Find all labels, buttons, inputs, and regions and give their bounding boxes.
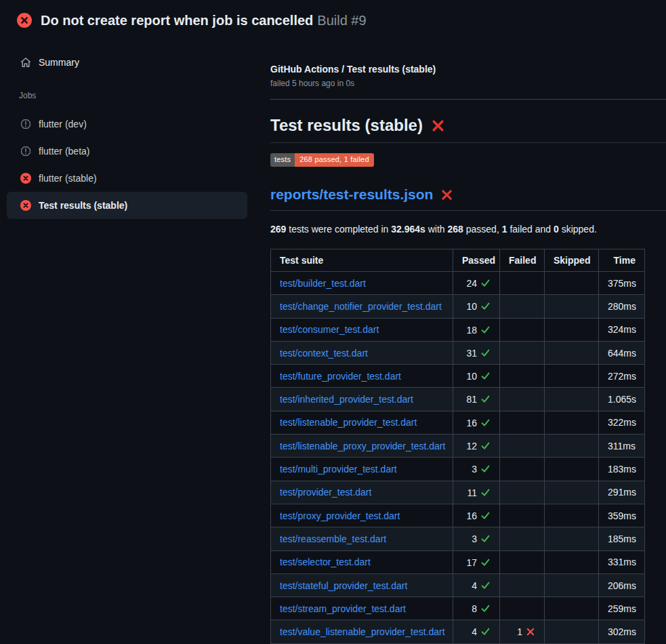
sidebar: Summary Jobs flutter (dev): [0, 39, 254, 219]
summary-line: 269 tests were completed in 32.964s with…: [270, 222, 666, 236]
time-cell: 322ms: [599, 411, 645, 434]
sidebar-item-test-results-stable[interactable]: Test results (stable): [7, 192, 247, 219]
column-header-skipped: Skipped: [545, 249, 599, 272]
sidebar-summary-label: Summary: [39, 57, 79, 68]
column-header-failed: Failed: [500, 249, 545, 272]
status-line: failed 5 hours ago in 0s: [270, 78, 666, 89]
test-suite-link[interactable]: test/inherited_provider_test.dart: [280, 394, 413, 405]
job-label: flutter (dev): [39, 119, 87, 129]
table-row: test/stateful_provider_test.dart 4 206ms: [271, 573, 645, 597]
time-cell: 359ms: [599, 504, 645, 527]
check-icon: [480, 348, 491, 358]
table-row: test/listenable_provider_test.dart 16 32…: [271, 411, 645, 434]
test-suite-link[interactable]: test/multi_provider_test.dart: [280, 464, 397, 475]
table-row: test/provider_test.dart 11 291ms: [271, 481, 645, 504]
column-header-test-suite: Test suite: [271, 249, 453, 272]
test-suite-link[interactable]: test/listenable_proxy_provider_test.dart: [280, 441, 445, 451]
report-file-link[interactable]: reports/test-results.json: [270, 185, 433, 204]
passed-cell: 16: [453, 411, 500, 434]
job-label: flutter (stable): [39, 173, 97, 184]
test-suite-link[interactable]: test/consumer_test.dart: [280, 324, 379, 335]
passed-cell: 17: [453, 550, 500, 573]
run-header: Do not create report when job is cancell…: [0, 0, 666, 39]
test-suite-link[interactable]: test/stream_provider_test.dart: [280, 603, 406, 614]
sidebar-item-flutter-beta[interactable]: flutter (beta): [7, 138, 247, 165]
table-body: test/builder_test.dart 24 375ms test/cha…: [271, 272, 645, 644]
failed-cell: [500, 573, 545, 597]
skipped-cell: [545, 458, 599, 481]
passed-cell: 12: [453, 435, 500, 458]
test-suite-link[interactable]: test/selector_test.dart: [280, 557, 371, 567]
passed-cell: 31: [453, 341, 500, 364]
skipped-cell: [545, 481, 599, 504]
failed-cell: [500, 527, 545, 550]
sidebar-item-summary[interactable]: Summary: [7, 52, 247, 73]
time-cell: 302ms: [599, 620, 645, 643]
passed-cell: 8: [453, 597, 500, 620]
table-header-row: Test suite Passed Failed Skipped Time: [271, 249, 645, 272]
test-suite-link[interactable]: test/future_provider_test.dart: [280, 371, 401, 382]
skipped-cell: [545, 388, 599, 411]
jobs-section-label: Jobs: [19, 91, 254, 100]
test-suite-link[interactable]: test/proxy_provider_test.dart: [280, 510, 400, 521]
test-suite-link[interactable]: test/reassemble_test.dart: [280, 534, 386, 544]
skipped-cell: [545, 411, 599, 434]
time-cell: 272ms: [599, 365, 645, 388]
time-cell: 280ms: [599, 295, 645, 318]
passed-cell: 10: [453, 365, 500, 388]
test-suite-link[interactable]: test/change_notifier_provider_test.dart: [280, 301, 442, 312]
cross-mark-icon: [440, 188, 453, 201]
section-title: Test results (stable): [270, 115, 666, 143]
time-cell: 644ms: [599, 341, 645, 364]
table-row: test/listenable_proxy_provider_test.dart…: [271, 435, 645, 458]
failed-cell: [500, 295, 545, 318]
skipped-cell: [545, 597, 599, 620]
table-row: test/builder_test.dart 24 375ms: [271, 272, 645, 295]
test-suite-link[interactable]: test/stateful_provider_test.dart: [280, 580, 407, 591]
test-suite-link[interactable]: test/listenable_provider_test.dart: [280, 417, 417, 428]
check-icon: [480, 626, 491, 637]
skipped-cell: [545, 295, 599, 318]
check-icon: [480, 534, 491, 544]
sidebar-item-flutter-stable[interactable]: flutter (stable): [7, 165, 247, 192]
table-row: test/inherited_provider_test.dart 81 1.0…: [271, 388, 645, 411]
jobs-list: flutter (dev) flutter (beta): [0, 110, 254, 219]
check-icon: [480, 418, 491, 428]
test-suite-link[interactable]: test/builder_test.dart: [280, 278, 366, 289]
time-cell: 1.065s: [599, 388, 645, 411]
failed-cell: [500, 365, 545, 388]
time-cell: 331ms: [599, 550, 645, 573]
passed-cell: 11: [453, 481, 500, 504]
passed-cell: 3: [453, 458, 500, 481]
time-cell: 206ms: [599, 573, 645, 597]
failed-cell: 1: [500, 620, 545, 643]
test-suite-link[interactable]: test/context_test.dart: [280, 348, 368, 359]
failed-cell: [500, 388, 545, 411]
skipped-cell: [545, 318, 599, 341]
table-row: test/reassemble_test.dart 3 185ms: [271, 527, 645, 550]
time-cell: 311ms: [599, 435, 645, 458]
badge-value: 268 passed, 1 failed: [295, 153, 373, 167]
time-cell: 291ms: [599, 481, 645, 504]
sidebar-item-flutter-dev[interactable]: flutter (dev): [7, 110, 247, 138]
skipped-cell: [545, 550, 599, 573]
table-row: test/future_provider_test.dart 10 272ms: [271, 365, 645, 388]
failed-cell: [500, 435, 545, 458]
time-cell: 375ms: [599, 272, 645, 295]
check-icon: [480, 301, 491, 311]
home-icon: [20, 57, 31, 68]
test-suite-link[interactable]: test/provider_test.dart: [280, 487, 371, 498]
breadcrumb: GitHub Actions / Test results (stable): [270, 62, 666, 76]
passed-cell: 16: [453, 504, 500, 527]
check-icon: [480, 441, 491, 451]
time-cell: 185ms: [599, 527, 645, 550]
run-title: Do not create report when job is cancell…: [41, 13, 313, 28]
badge-label: tests: [270, 153, 295, 167]
passed-cell: 4: [453, 573, 500, 597]
cross-mark-icon: [431, 119, 445, 133]
passed-cell: 4: [453, 620, 500, 643]
skipped-cell: [545, 435, 599, 458]
check-icon: [480, 371, 491, 381]
test-suite-link[interactable]: test/value_listenable_provider_test.dart: [280, 626, 445, 637]
table-row: test/value_listenable_provider_test.dart…: [271, 620, 645, 643]
